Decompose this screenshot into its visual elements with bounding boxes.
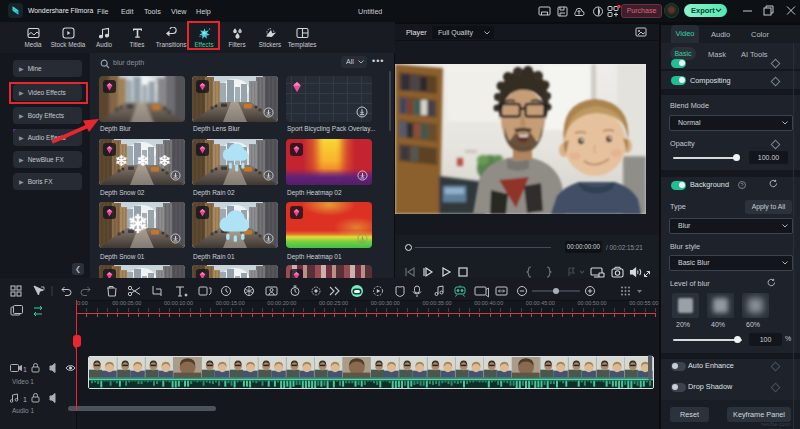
svg-text:1: 1	[23, 366, 27, 373]
svg-text:1: 1	[23, 396, 27, 403]
